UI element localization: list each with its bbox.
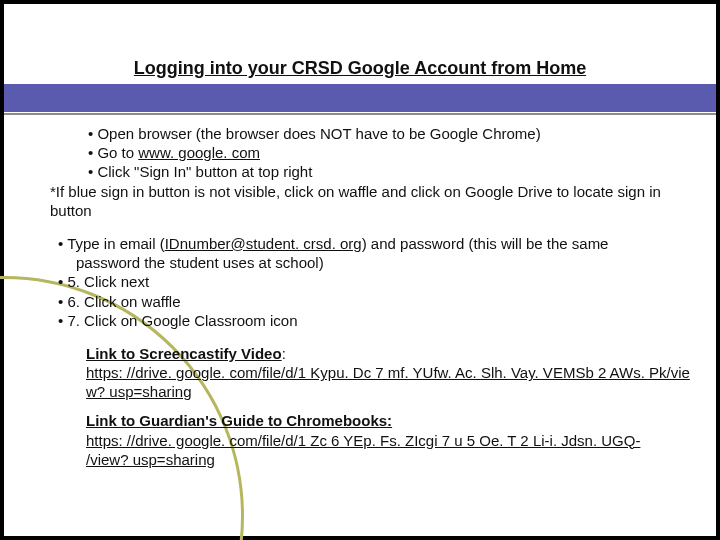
title-band xyxy=(4,84,716,112)
step-type-email: Type in email (IDnumber@student. crsd. o… xyxy=(50,234,698,253)
email-example-link[interactable]: IDnumber@student. crsd. org xyxy=(165,235,362,252)
step-click-waffle: 6. Click on waffle xyxy=(50,292,698,311)
screencastify-label-text: Link to Screencastify Video xyxy=(86,345,282,362)
guardian-link-line1[interactable]: https: //drive. google. com/file/d/1 Zc … xyxy=(50,431,698,450)
screencastify-link-line2[interactable]: w? usp=sharing xyxy=(50,382,698,401)
step-go-to-google: Go to www. google. com xyxy=(50,143,698,162)
step-click-next: 5. Click next xyxy=(50,272,698,291)
step-go-to-google-text: Go to xyxy=(97,144,138,161)
step-click-classroom: 7. Click on Google Classroom icon xyxy=(50,311,698,330)
step-type-email-pre: Type in email ( xyxy=(67,235,165,252)
body-content: Open browser (the browser does NOT have … xyxy=(50,124,698,469)
step-type-email-post: ) and password (this will be the same xyxy=(362,235,609,252)
step-click-sign-in: Click "Sign In" button at top right xyxy=(50,162,698,181)
guardian-link-line2[interactable]: /view? usp=sharing xyxy=(50,450,698,469)
guardian-label: Link to Guardian's Guide to Chromebooks: xyxy=(50,411,698,430)
google-url-link[interactable]: www. google. com xyxy=(138,144,260,161)
step-type-email-cont: password the student uses at school) xyxy=(50,253,698,272)
sign-in-note: *If blue sign in button is not visible, … xyxy=(50,182,698,220)
slide: Logging into your CRSD Google Account fr… xyxy=(4,4,716,536)
screencastify-label: Link to Screencastify Video: xyxy=(50,344,698,363)
step-open-browser: Open browser (the browser does NOT have … xyxy=(50,124,698,143)
screencastify-link-line1[interactable]: https: //drive. google. com/file/d/1 Kyp… xyxy=(50,363,698,382)
page-title: Logging into your CRSD Google Account fr… xyxy=(4,58,716,79)
